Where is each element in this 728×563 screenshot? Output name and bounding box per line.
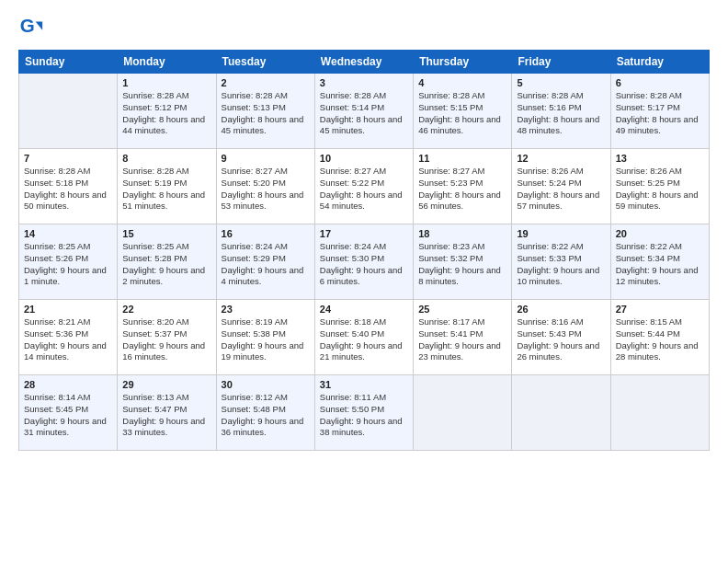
calendar-cell: 26Sunrise: 8:16 AMSunset: 5:43 PMDayligh… <box>512 300 610 375</box>
weekday-header-monday: Monday <box>118 51 216 74</box>
cell-info: Sunrise: 8:22 AMSunset: 5:34 PMDaylight:… <box>616 241 704 288</box>
calendar-cell: 22Sunrise: 8:20 AMSunset: 5:37 PMDayligh… <box>118 300 216 375</box>
day-number: 11 <box>418 153 506 164</box>
cell-info: Sunrise: 8:28 AMSunset: 5:13 PMDaylight:… <box>222 90 310 137</box>
cell-info: Sunrise: 8:25 AMSunset: 5:28 PMDaylight:… <box>122 241 210 288</box>
day-number: 9 <box>222 153 310 164</box>
cell-info: Sunrise: 8:27 AMSunset: 5:23 PMDaylight:… <box>418 166 506 213</box>
day-number: 27 <box>616 304 704 315</box>
day-number: 15 <box>122 228 210 239</box>
weekday-header-row: SundayMondayTuesdayWednesdayThursdayFrid… <box>19 51 710 74</box>
calendar-cell: 7Sunrise: 8:28 AMSunset: 5:18 PMDaylight… <box>19 149 118 224</box>
day-number: 24 <box>320 304 408 315</box>
cell-info: Sunrise: 8:20 AMSunset: 5:37 PMDaylight:… <box>122 316 210 363</box>
calendar-cell: 28Sunrise: 8:14 AMSunset: 5:45 PMDayligh… <box>19 375 118 451</box>
cell-info: Sunrise: 8:21 AMSunset: 5:36 PMDaylight:… <box>24 316 112 363</box>
cell-info: Sunrise: 8:28 AMSunset: 5:14 PMDaylight:… <box>320 90 408 137</box>
calendar-cell: 2Sunrise: 8:28 AMSunset: 5:13 PMDaylight… <box>216 74 314 149</box>
day-number: 26 <box>517 304 605 315</box>
cell-info: Sunrise: 8:23 AMSunset: 5:32 PMDaylight:… <box>418 241 506 288</box>
weekday-header-wednesday: Wednesday <box>314 51 413 74</box>
calendar-cell <box>610 375 709 451</box>
calendar-cell: 31Sunrise: 8:11 AMSunset: 5:50 PMDayligh… <box>314 375 413 451</box>
cell-info: Sunrise: 8:24 AMSunset: 5:30 PMDaylight:… <box>320 241 408 288</box>
calendar-cell: 30Sunrise: 8:12 AMSunset: 5:48 PMDayligh… <box>216 375 314 451</box>
calendar-cell: 18Sunrise: 8:23 AMSunset: 5:32 PMDayligh… <box>414 224 512 300</box>
day-number: 30 <box>222 379 310 390</box>
calendar-cell: 3Sunrise: 8:28 AMSunset: 5:14 PMDaylight… <box>314 74 413 149</box>
calendar-cell: 21Sunrise: 8:21 AMSunset: 5:36 PMDayligh… <box>19 300 118 375</box>
calendar-cell: 12Sunrise: 8:26 AMSunset: 5:24 PMDayligh… <box>512 149 610 224</box>
day-number: 19 <box>517 228 605 239</box>
page-header: G <box>18 15 710 40</box>
cell-info: Sunrise: 8:26 AMSunset: 5:25 PMDaylight:… <box>616 166 704 213</box>
calendar-cell: 10Sunrise: 8:27 AMSunset: 5:22 PMDayligh… <box>314 149 413 224</box>
calendar-cell <box>19 74 118 149</box>
calendar-cell: 11Sunrise: 8:27 AMSunset: 5:23 PMDayligh… <box>414 149 512 224</box>
day-number: 18 <box>418 228 506 239</box>
calendar-cell: 13Sunrise: 8:26 AMSunset: 5:25 PMDayligh… <box>610 149 709 224</box>
calendar-cell: 29Sunrise: 8:13 AMSunset: 5:47 PMDayligh… <box>118 375 216 451</box>
calendar-cell: 9Sunrise: 8:27 AMSunset: 5:20 PMDaylight… <box>216 149 314 224</box>
cell-info: Sunrise: 8:12 AMSunset: 5:48 PMDaylight:… <box>222 392 310 439</box>
calendar-cell: 17Sunrise: 8:24 AMSunset: 5:30 PMDayligh… <box>314 224 413 300</box>
day-number: 1 <box>122 77 210 88</box>
day-number: 29 <box>122 379 210 390</box>
calendar-cell: 1Sunrise: 8:28 AMSunset: 5:12 PMDaylight… <box>118 74 216 149</box>
cell-info: Sunrise: 8:16 AMSunset: 5:43 PMDaylight:… <box>517 316 605 363</box>
calendar-cell: 4Sunrise: 8:28 AMSunset: 5:15 PMDaylight… <box>414 74 512 149</box>
cell-info: Sunrise: 8:28 AMSunset: 5:12 PMDaylight:… <box>122 90 210 137</box>
cell-info: Sunrise: 8:14 AMSunset: 5:45 PMDaylight:… <box>24 392 112 439</box>
day-number: 31 <box>320 379 408 390</box>
cell-info: Sunrise: 8:26 AMSunset: 5:24 PMDaylight:… <box>517 166 605 213</box>
calendar-table: SundayMondayTuesdayWednesdayThursdayFrid… <box>18 50 710 451</box>
calendar-week-row: 21Sunrise: 8:21 AMSunset: 5:36 PMDayligh… <box>19 300 710 375</box>
cell-info: Sunrise: 8:25 AMSunset: 5:26 PMDaylight:… <box>24 241 112 288</box>
logo-icon: G <box>18 15 44 40</box>
cell-info: Sunrise: 8:27 AMSunset: 5:20 PMDaylight:… <box>222 166 310 213</box>
calendar-cell <box>512 375 610 451</box>
cell-info: Sunrise: 8:13 AMSunset: 5:47 PMDaylight:… <box>122 392 210 439</box>
calendar-week-row: 14Sunrise: 8:25 AMSunset: 5:26 PMDayligh… <box>19 224 710 300</box>
calendar-cell: 24Sunrise: 8:18 AMSunset: 5:40 PMDayligh… <box>314 300 413 375</box>
cell-info: Sunrise: 8:27 AMSunset: 5:22 PMDaylight:… <box>320 166 408 213</box>
cell-info: Sunrise: 8:28 AMSunset: 5:19 PMDaylight:… <box>122 166 210 213</box>
calendar-cell: 8Sunrise: 8:28 AMSunset: 5:19 PMDaylight… <box>118 149 216 224</box>
weekday-header-saturday: Saturday <box>610 51 709 74</box>
day-number: 8 <box>122 153 210 164</box>
cell-info: Sunrise: 8:18 AMSunset: 5:40 PMDaylight:… <box>320 316 408 363</box>
calendar-cell: 27Sunrise: 8:15 AMSunset: 5:44 PMDayligh… <box>610 300 709 375</box>
logo: G <box>18 15 48 40</box>
calendar-cell: 23Sunrise: 8:19 AMSunset: 5:38 PMDayligh… <box>216 300 314 375</box>
day-number: 7 <box>24 153 112 164</box>
cell-info: Sunrise: 8:22 AMSunset: 5:33 PMDaylight:… <box>517 241 605 288</box>
weekday-header-thursday: Thursday <box>414 51 512 74</box>
calendar-cell: 6Sunrise: 8:28 AMSunset: 5:17 PMDaylight… <box>610 74 709 149</box>
calendar-cell: 15Sunrise: 8:25 AMSunset: 5:28 PMDayligh… <box>118 224 216 300</box>
day-number: 21 <box>24 304 112 315</box>
calendar-cell: 25Sunrise: 8:17 AMSunset: 5:41 PMDayligh… <box>414 300 512 375</box>
day-number: 28 <box>24 379 112 390</box>
day-number: 17 <box>320 228 408 239</box>
calendar-cell: 16Sunrise: 8:24 AMSunset: 5:29 PMDayligh… <box>216 224 314 300</box>
cell-info: Sunrise: 8:19 AMSunset: 5:38 PMDaylight:… <box>222 316 310 363</box>
cell-info: Sunrise: 8:28 AMSunset: 5:17 PMDaylight:… <box>616 90 704 137</box>
calendar-page: G SundayMondayTuesdayWednesdayThursdayFr… <box>0 0 728 563</box>
svg-marker-1 <box>36 21 42 29</box>
day-number: 5 <box>517 77 605 88</box>
calendar-cell: 19Sunrise: 8:22 AMSunset: 5:33 PMDayligh… <box>512 224 610 300</box>
cell-info: Sunrise: 8:28 AMSunset: 5:18 PMDaylight:… <box>24 166 112 213</box>
weekday-header-tuesday: Tuesday <box>216 51 314 74</box>
day-number: 14 <box>24 228 112 239</box>
day-number: 13 <box>616 153 704 164</box>
calendar-week-row: 1Sunrise: 8:28 AMSunset: 5:12 PMDaylight… <box>19 74 710 149</box>
day-number: 4 <box>418 77 506 88</box>
weekday-header-friday: Friday <box>512 51 610 74</box>
day-number: 12 <box>517 153 605 164</box>
weekday-header-sunday: Sunday <box>19 51 118 74</box>
calendar-cell: 20Sunrise: 8:22 AMSunset: 5:34 PMDayligh… <box>610 224 709 300</box>
day-number: 22 <box>122 304 210 315</box>
calendar-cell: 14Sunrise: 8:25 AMSunset: 5:26 PMDayligh… <box>19 224 118 300</box>
day-number: 10 <box>320 153 408 164</box>
cell-info: Sunrise: 8:11 AMSunset: 5:50 PMDaylight:… <box>320 392 408 439</box>
